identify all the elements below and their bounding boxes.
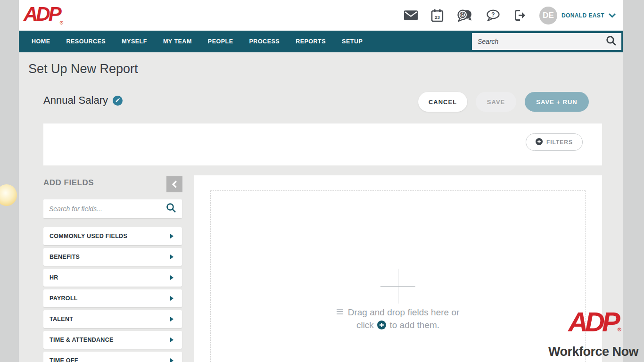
save-run-button[interactable]: SAVE + RUN bbox=[525, 92, 589, 112]
save-button[interactable]: SAVE bbox=[476, 92, 516, 112]
filter-panel: FILTERS bbox=[43, 123, 602, 165]
drag-handle-icon bbox=[337, 309, 343, 316]
add-fields-title: ADD FIELDS bbox=[43, 178, 94, 188]
cancel-button[interactable]: CANCEL bbox=[418, 92, 467, 112]
logout-icon[interactable] bbox=[513, 9, 526, 21]
nav-items: HOME RESOURCES MYSELF MY TEAM PEOPLE PRO… bbox=[32, 31, 363, 52]
search-icon[interactable] bbox=[606, 35, 617, 48]
field-search-input[interactable] bbox=[49, 205, 166, 213]
field-category-time-attendance[interactable]: TIME & ATTENDANCE bbox=[43, 331, 182, 349]
nav-item-people[interactable]: PEOPLE bbox=[208, 38, 233, 45]
expand-arrow-icon bbox=[170, 255, 173, 259]
adp-logo[interactable]: ADP® bbox=[24, 3, 63, 25]
drop-hint-click: click bbox=[356, 320, 374, 330]
calendar-icon[interactable]: 23 bbox=[431, 9, 444, 22]
nav-item-setup[interactable]: SETUP bbox=[342, 38, 363, 45]
svg-text:B: B bbox=[461, 12, 464, 17]
nav-item-my-team[interactable]: MY TEAM bbox=[163, 38, 192, 45]
field-search-icon[interactable] bbox=[166, 203, 176, 215]
field-category-payroll[interactable]: PAYROLL bbox=[43, 289, 182, 307]
global-search-input[interactable] bbox=[478, 38, 606, 45]
avatar[interactable]: DE bbox=[539, 7, 557, 25]
field-category-hr[interactable]: HR bbox=[43, 269, 182, 287]
mail-icon[interactable] bbox=[404, 10, 418, 20]
svg-text:?: ? bbox=[491, 11, 495, 18]
expand-arrow-icon bbox=[170, 296, 173, 301]
global-search bbox=[472, 33, 621, 50]
drop-hint-line2: to add them. bbox=[389, 320, 439, 330]
add-field-plus-icon[interactable] bbox=[377, 321, 386, 329]
expand-arrow-icon bbox=[170, 337, 173, 342]
collapse-sidebar-button[interactable] bbox=[166, 176, 182, 192]
field-search bbox=[43, 199, 182, 218]
field-category-time-off[interactable]: TIME OFF bbox=[43, 352, 182, 362]
nav-item-myself[interactable]: MYSELF bbox=[122, 38, 147, 45]
sidebar-header: ADD FIELDS bbox=[43, 175, 182, 195]
report-canvas: Drag and drop fields here or click to ad… bbox=[194, 175, 602, 362]
add-filter-plus-icon bbox=[536, 138, 543, 147]
nav-item-process[interactable]: PROCESS bbox=[249, 38, 280, 45]
nav-item-home[interactable]: HOME bbox=[32, 38, 50, 45]
nav-item-reports[interactable]: REPORTS bbox=[296, 38, 326, 45]
expand-arrow-icon bbox=[170, 275, 173, 280]
report-name: Annual Salary bbox=[43, 94, 108, 107]
expand-arrow-icon bbox=[170, 358, 173, 362]
add-field-crosshair-icon bbox=[380, 269, 415, 304]
field-category-talent[interactable]: TALENT bbox=[43, 310, 182, 328]
expand-arrow-icon bbox=[170, 234, 173, 239]
expand-arrow-icon bbox=[170, 317, 173, 321]
report-header: Annual Salary bbox=[43, 94, 123, 107]
help-icon[interactable]: ? bbox=[486, 9, 500, 22]
filters-button-label: FILTERS bbox=[546, 139, 573, 146]
add-fields-sidebar: ADD FIELDS COMMONLY USED FIELDS BENEFITS… bbox=[43, 175, 182, 195]
user-menu[interactable]: DE DONALD EAST bbox=[539, 7, 616, 25]
main-nav: HOME RESOURCES MYSELF MY TEAM PEOPLE PRO… bbox=[19, 31, 623, 52]
page-title: Set Up New Report bbox=[28, 62, 138, 76]
header-icon-row: 23 B ? DE DONALD EAST bbox=[404, 0, 616, 31]
cursor-highlight bbox=[0, 184, 17, 206]
adp-logo-text: ADP bbox=[24, 3, 60, 25]
filters-button[interactable]: FILTERS bbox=[526, 133, 583, 151]
chevron-down-icon bbox=[609, 11, 616, 20]
field-category-benefits[interactable]: BENEFITS bbox=[43, 248, 182, 266]
messages-icon[interactable]: B bbox=[457, 9, 472, 22]
field-category-list: COMMONLY USED FIELDS BENEFITS HR PAYROLL… bbox=[43, 227, 182, 362]
drop-hint-line1: Drag and drop fields here or bbox=[348, 306, 460, 319]
drop-zone[interactable]: Drag and drop fields here or click to ad… bbox=[210, 190, 586, 362]
user-name: DONALD EAST bbox=[561, 12, 604, 19]
edit-report-name-icon[interactable] bbox=[113, 96, 123, 106]
svg-text:23: 23 bbox=[435, 14, 440, 19]
report-actions: CANCEL SAVE SAVE + RUN bbox=[418, 92, 589, 112]
nav-item-resources[interactable]: RESOURCES bbox=[66, 38, 106, 45]
field-category-commonly-used[interactable]: COMMONLY USED FIELDS bbox=[43, 227, 182, 245]
top-header: ADP® 23 B ? DE DONALD EAST bbox=[19, 0, 623, 31]
registered-mark: ® bbox=[60, 20, 63, 25]
drop-zone-hint: Drag and drop fields here or click to ad… bbox=[211, 306, 585, 331]
app-window: ADP® 23 B ? DE DONALD EAST bbox=[19, 0, 623, 362]
